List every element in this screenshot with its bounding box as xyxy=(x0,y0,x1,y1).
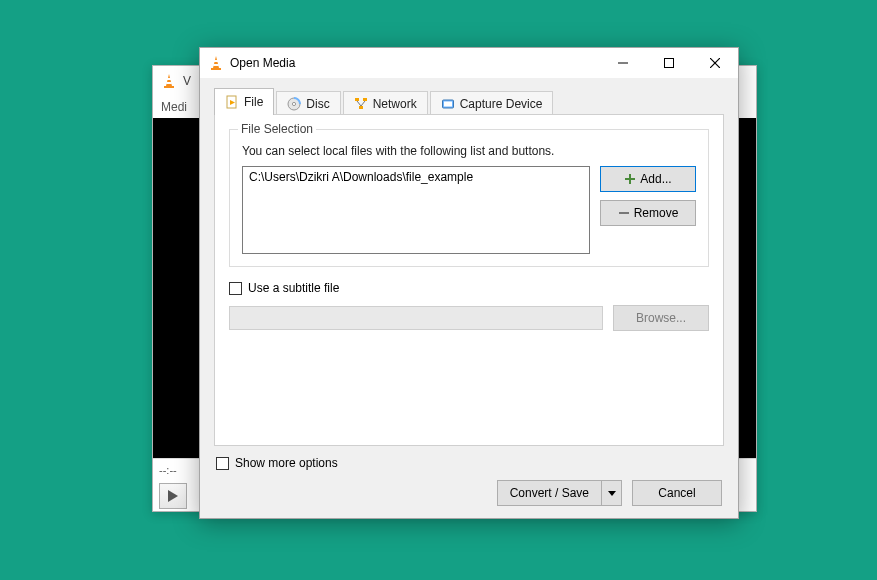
tab-capture-label: Capture Device xyxy=(460,97,543,111)
cancel-button[interactable]: Cancel xyxy=(632,480,722,506)
maximize-button[interactable] xyxy=(646,48,692,78)
file-selection-group: File Selection You can select local file… xyxy=(229,129,709,267)
svg-rect-23 xyxy=(444,101,452,106)
dialog-body: File Disc Network Capture Device xyxy=(200,78,738,518)
vlc-cone-icon xyxy=(161,73,177,89)
close-icon xyxy=(710,58,720,68)
svg-marker-27 xyxy=(608,491,616,496)
svg-point-16 xyxy=(293,102,296,105)
file-selection-hint: You can select local files with the foll… xyxy=(242,144,696,158)
tab-disc-label: Disc xyxy=(306,97,329,111)
file-icon xyxy=(225,95,239,109)
plus-icon xyxy=(624,173,636,185)
file-list[interactable]: C:\Users\Dzikri A\Downloads\file_example xyxy=(242,166,590,254)
svg-rect-26 xyxy=(619,212,629,214)
svg-rect-3 xyxy=(166,82,172,84)
browse-button-label: Browse... xyxy=(636,311,686,325)
file-list-entry[interactable]: C:\Users\Dzikri A\Downloads\file_example xyxy=(248,170,584,184)
add-button-label: Add... xyxy=(640,172,671,186)
svg-rect-19 xyxy=(359,106,363,109)
remove-button-label: Remove xyxy=(634,206,679,220)
vlc-time: --:-- xyxy=(159,464,177,476)
svg-rect-6 xyxy=(211,68,221,70)
remove-button[interactable]: Remove xyxy=(600,200,696,226)
open-media-dialog: Open Media File xyxy=(199,47,739,519)
tab-panel-file: File Selection You can select local file… xyxy=(214,114,724,446)
subtitle-checkbox[interactable] xyxy=(229,282,242,295)
network-icon xyxy=(354,97,368,111)
tab-network-label: Network xyxy=(373,97,417,111)
cancel-button-label: Cancel xyxy=(658,486,695,500)
subtitle-checkbox-label: Use a subtitle file xyxy=(248,281,339,295)
tabs: File Disc Network Capture Device xyxy=(214,86,724,114)
minimize-button[interactable] xyxy=(600,48,646,78)
tab-network[interactable]: Network xyxy=(343,91,428,115)
dialog-title: Open Media xyxy=(230,56,295,70)
svg-rect-18 xyxy=(363,98,367,101)
browse-button: Browse... xyxy=(613,305,709,331)
convert-save-label: Convert / Save xyxy=(510,486,589,500)
svg-rect-2 xyxy=(167,78,171,80)
tab-file[interactable]: File xyxy=(214,88,274,115)
svg-rect-17 xyxy=(355,98,359,101)
maximize-icon xyxy=(664,58,674,68)
minus-icon xyxy=(618,207,630,219)
svg-rect-8 xyxy=(213,64,219,66)
play-icon xyxy=(168,490,178,502)
dialog-titlebar: Open Media xyxy=(200,48,738,78)
convert-save-dropdown[interactable] xyxy=(602,480,622,506)
svg-rect-25 xyxy=(625,178,635,180)
close-button[interactable] xyxy=(692,48,738,78)
svg-rect-10 xyxy=(665,59,674,68)
capture-icon xyxy=(441,97,455,111)
svg-rect-1 xyxy=(164,86,174,88)
window-system-buttons xyxy=(600,48,738,78)
tab-disc[interactable]: Disc xyxy=(276,91,340,115)
dialog-footer: Convert / Save Cancel xyxy=(214,480,724,506)
subtitle-row: Use a subtitle file xyxy=(229,281,709,295)
convert-save-button[interactable]: Convert / Save xyxy=(497,480,622,506)
file-selection-label: File Selection xyxy=(238,122,316,136)
svg-line-21 xyxy=(361,101,365,106)
subtitle-path-input xyxy=(229,306,603,330)
svg-line-20 xyxy=(357,101,361,106)
svg-rect-7 xyxy=(214,60,218,62)
disc-icon xyxy=(287,97,301,111)
show-more-row: Show more options xyxy=(214,454,724,472)
play-button[interactable] xyxy=(159,483,187,509)
tab-capture[interactable]: Capture Device xyxy=(430,91,554,115)
show-more-label: Show more options xyxy=(235,456,338,470)
add-button[interactable]: Add... xyxy=(600,166,696,192)
convert-save-main[interactable]: Convert / Save xyxy=(497,480,602,506)
tab-file-label: File xyxy=(244,95,263,109)
vlc-menu-media[interactable]: Medi xyxy=(161,100,187,114)
svg-marker-4 xyxy=(168,490,178,502)
vlc-cone-icon xyxy=(208,55,224,71)
chevron-down-icon xyxy=(608,491,616,496)
vlc-title: V xyxy=(183,74,191,88)
minimize-icon xyxy=(618,58,628,68)
show-more-checkbox[interactable] xyxy=(216,457,229,470)
